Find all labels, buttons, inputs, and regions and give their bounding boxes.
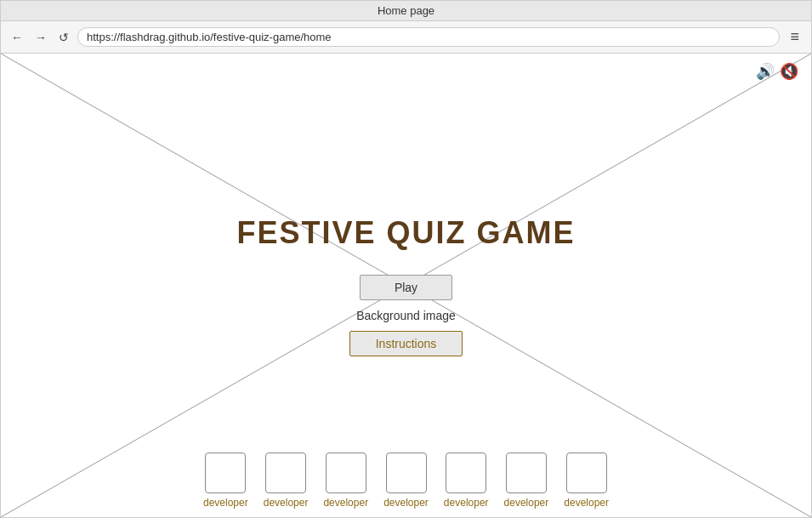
center-content: FESTIVE QUIZ GAME Play Background image … <box>1 54 811 517</box>
back-button[interactable]: ← <box>8 29 26 46</box>
developer-label-3: developer <box>383 497 429 509</box>
developer-avatar-0[interactable] <box>205 453 246 493</box>
refresh-button[interactable]: ↺ <box>55 29 72 46</box>
developers-row: developerdeveloperdeveloperdeveloperdeve… <box>1 453 811 509</box>
game-title: FESTIVE QUIZ GAME <box>236 215 575 251</box>
developer-item-6: developer <box>564 453 609 509</box>
developer-avatar-1[interactable] <box>265 453 306 493</box>
developer-label-6: developer <box>564 497 609 509</box>
title-bar: Home page <box>1 1 811 21</box>
forward-button[interactable]: → <box>31 29 50 46</box>
developer-item-0: developer <box>203 453 248 509</box>
developer-item-2: developer <box>323 453 368 509</box>
developer-avatar-2[interactable] <box>326 453 366 493</box>
background-image-button[interactable]: Background image <box>348 305 464 326</box>
developer-label-0: developer <box>203 497 248 509</box>
developer-label-1: developer <box>264 497 309 509</box>
page-title: Home page <box>378 4 434 17</box>
developer-avatar-3[interactable] <box>386 453 427 493</box>
developer-item-1: developer <box>264 453 309 509</box>
developer-label-4: developer <box>444 497 489 509</box>
browser-window: Home page ← → ↺ ≡ 🔊 🔇 FESTIVE QUIZ GAME … <box>0 0 812 518</box>
nav-bar: ← → ↺ ≡ <box>1 21 811 54</box>
developer-avatar-6[interactable] <box>566 453 607 493</box>
play-button[interactable]: Play <box>360 275 452 300</box>
developer-item-4: developer <box>444 453 489 509</box>
developer-avatar-4[interactable] <box>446 453 486 493</box>
browser-menu-button[interactable]: ≡ <box>785 26 804 48</box>
developer-item-3: developer <box>383 453 429 509</box>
developer-item-5: developer <box>504 453 549 509</box>
developer-avatar-5[interactable] <box>506 453 547 493</box>
address-bar[interactable] <box>77 27 780 47</box>
page-content: 🔊 🔇 FESTIVE QUIZ GAME Play Background im… <box>1 54 811 517</box>
developer-label-2: developer <box>323 497 368 509</box>
developer-label-5: developer <box>504 497 549 509</box>
button-group: Play Background image Instructions <box>348 275 464 356</box>
instructions-button[interactable]: Instructions <box>349 331 463 356</box>
